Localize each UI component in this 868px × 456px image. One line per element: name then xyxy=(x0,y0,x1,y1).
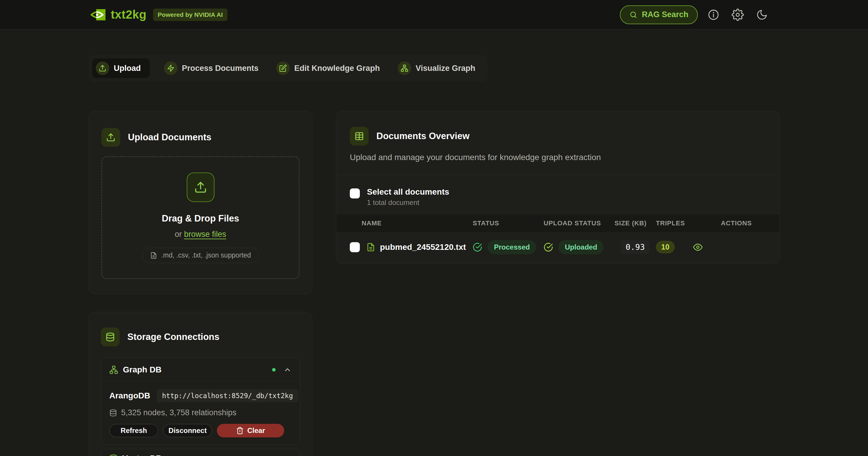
nvidia-logo-icon xyxy=(89,9,105,21)
row-checkbox[interactable] xyxy=(350,242,360,252)
select-all-checkbox[interactable] xyxy=(350,188,360,198)
chevron-up-icon[interactable] xyxy=(283,366,291,374)
file-size-value: 0.93 xyxy=(621,240,649,254)
powered-by-badge: Powered by NVIDIA AI xyxy=(153,8,227,21)
view-document-button[interactable] xyxy=(691,241,704,254)
divider xyxy=(336,175,780,175)
chevron-down-icon[interactable] xyxy=(283,454,291,456)
database-icon xyxy=(109,409,117,417)
clear-button[interactable]: Clear xyxy=(217,424,284,437)
browse-files-link[interactable]: browse files xyxy=(184,230,226,239)
graph-db-stats: 5,325 nodes, 3,758 relationships xyxy=(109,408,291,417)
eye-icon xyxy=(693,242,703,252)
file-icon xyxy=(150,252,157,259)
status-badge: Processed xyxy=(488,240,536,254)
connected-status-dot xyxy=(272,368,276,371)
supported-formats-text: .md, .csv, .txt, .json supported xyxy=(161,251,251,259)
file-dropzone[interactable]: Drag & Drop Files or browse files .md, .… xyxy=(101,156,300,279)
vector-db-header[interactable]: Vector DB xyxy=(101,449,300,456)
document-name: pubmed_24552120.txt xyxy=(380,242,466,252)
clear-button-label: Clear xyxy=(247,426,265,435)
tab-process-documents-label: Process Documents xyxy=(182,64,259,73)
triples-count-badge: 10 xyxy=(656,241,675,253)
disconnect-button[interactable]: Disconnect xyxy=(163,424,212,437)
trash-icon xyxy=(236,427,244,434)
dark-mode-toggle[interactable] xyxy=(753,6,771,23)
column-header-triples: TRIPLES xyxy=(656,220,691,227)
upload-status-badge: Uploaded xyxy=(558,240,603,254)
upload-icon xyxy=(96,61,109,75)
upload-tray-icon xyxy=(187,172,215,202)
graph-network-icon xyxy=(109,365,118,374)
gear-icon xyxy=(732,8,744,21)
upload-card-title: Upload Documents xyxy=(128,132,211,143)
vector-db-label: Vector DB xyxy=(122,454,162,456)
table-grid-icon xyxy=(350,127,369,145)
dropzone-title: Drag & Drop Files xyxy=(162,213,239,224)
rag-search-button[interactable]: RAG Search xyxy=(620,5,698,24)
moon-icon xyxy=(756,9,768,21)
graph-db-panel: Graph DB ArangoDB http://loc xyxy=(101,358,300,445)
column-header-size: SIZE (KB) xyxy=(615,220,656,227)
brand: txt2kg Powered by NVIDIA AI xyxy=(89,8,227,21)
table-row: pubmed_24552120.txt Processed xyxy=(336,233,780,262)
file-text-icon xyxy=(366,243,375,252)
upload-card-icon xyxy=(101,128,120,147)
info-icon xyxy=(707,8,720,21)
check-circle-icon xyxy=(544,242,553,252)
graph-network-icon xyxy=(398,61,411,75)
view-tabs: Upload Process Documents Edit Knowledge … xyxy=(89,55,488,82)
storage-card-title: Storage Connections xyxy=(127,332,219,342)
info-button[interactable] xyxy=(705,6,722,23)
lightning-icon xyxy=(164,61,178,75)
vector-db-panel: Vector DB xyxy=(101,449,300,456)
tab-edit-knowledge-graph[interactable]: Edit Knowledge Graph xyxy=(273,59,383,78)
app-title: txt2kg xyxy=(111,8,147,21)
settings-button[interactable] xyxy=(729,6,746,23)
tab-visualize-graph-label: Visualize Graph xyxy=(416,64,475,73)
edit-icon xyxy=(276,61,290,75)
total-documents-text: 1 total document xyxy=(367,198,450,207)
graph-db-stats-text: 5,325 nodes, 3,758 relationships xyxy=(121,408,236,417)
documents-table-header: NAME STATUS UPLOAD STATUS SIZE (KB) TRIP… xyxy=(336,214,780,233)
database-icon xyxy=(101,328,120,347)
select-all-label: Select all documents xyxy=(367,187,450,197)
graph-db-label: Graph DB xyxy=(123,365,162,374)
connection-url: http://localhost:8529/_db/txt2kg xyxy=(157,389,298,402)
documents-overview-card: Documents Overview Upload and manage you… xyxy=(336,111,780,264)
refresh-button[interactable]: Refresh xyxy=(109,424,158,437)
column-header-name: NAME xyxy=(350,220,473,227)
documents-card-subtitle: Upload and manage your documents for kno… xyxy=(350,153,766,162)
or-text: or xyxy=(175,230,182,239)
app-header: txt2kg Powered by NVIDIA AI RAG Search xyxy=(0,0,868,30)
tab-edit-knowledge-graph-label: Edit Knowledge Graph xyxy=(294,64,380,73)
column-header-status: STATUS xyxy=(473,220,544,227)
column-header-actions: ACTIONS xyxy=(691,220,766,227)
tab-process-documents[interactable]: Process Documents xyxy=(160,59,262,78)
provider-name: ArangoDB xyxy=(109,391,150,400)
dropzone-subtitle: or browse files xyxy=(175,230,226,239)
upload-documents-card: Upload Documents Drag & Drop Files or br… xyxy=(89,111,312,294)
tab-upload[interactable]: Upload xyxy=(92,59,150,78)
graph-db-header[interactable]: Graph DB xyxy=(101,358,300,382)
tab-visualize-graph[interactable]: Visualize Graph xyxy=(394,59,479,78)
column-header-upload-status: UPLOAD STATUS xyxy=(544,220,615,227)
rag-search-label: RAG Search xyxy=(642,10,688,19)
database-icon xyxy=(109,454,118,456)
documents-card-title: Documents Overview xyxy=(376,131,469,141)
tab-upload-label: Upload xyxy=(114,64,141,73)
check-circle-icon xyxy=(473,242,482,252)
storage-connections-card: Storage Connections Graph DB xyxy=(89,312,312,456)
supported-formats-pill: .md, .csv, .txt, .json supported xyxy=(142,248,259,263)
search-icon xyxy=(629,11,638,19)
